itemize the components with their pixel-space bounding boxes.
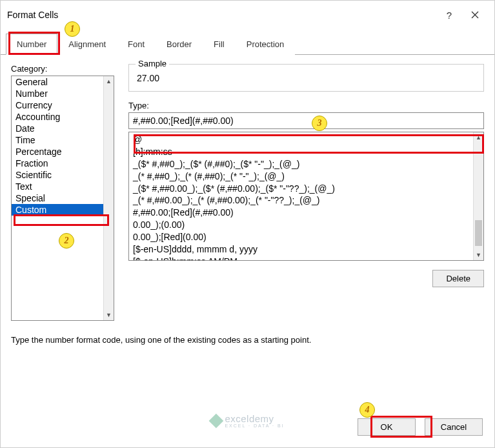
dialog-actions: OK Cancel xyxy=(358,418,483,436)
category-item[interactable]: Time xyxy=(12,134,114,146)
callout-badge: 4 xyxy=(359,402,375,418)
category-item[interactable]: Number xyxy=(12,88,114,99)
delete-button[interactable]: Delete xyxy=(432,270,484,287)
type-list-item[interactable]: [h]:mm:ss xyxy=(133,146,480,158)
type-list-item[interactable]: 0.00_);[Red](0.00) xyxy=(133,231,480,243)
titlebar: Format Cells ? xyxy=(1,1,494,29)
help-button[interactable]: ? xyxy=(436,6,462,24)
close-button[interactable] xyxy=(462,6,488,24)
type-list-item[interactable]: _(* #,##0.00_);_(* (#,##0.00);_(* "-"??_… xyxy=(133,194,480,207)
watermark: exceldemy EXCEL · DATA · BI xyxy=(210,413,284,428)
sample-value: 27.00 xyxy=(136,73,477,83)
type-list-item[interactable]: _(* #,##0_);_(* (#,##0);_(* "-"_);_(@_) xyxy=(133,170,480,183)
category-item[interactable]: General xyxy=(12,76,114,88)
ok-button[interactable]: OK xyxy=(358,418,416,436)
sample-label: Sample xyxy=(136,59,169,68)
watermark-icon xyxy=(208,413,223,428)
scroll-up-icon[interactable]: ▲ xyxy=(474,132,483,143)
tab-alignment[interactable]: Alignment xyxy=(57,34,117,55)
tab-protection[interactable]: Protection xyxy=(236,34,296,55)
tab-border[interactable]: Border xyxy=(156,34,203,55)
dialog-title: Format Cells xyxy=(7,10,436,20)
category-item[interactable]: Accounting xyxy=(12,111,114,123)
type-list-item[interactable]: 0.00_);(0.00) xyxy=(133,219,480,231)
category-label: Category: xyxy=(11,64,47,74)
close-icon xyxy=(471,11,479,19)
type-list-item[interactable]: #,##0.00;[Red](#,##0.00) xyxy=(133,207,480,219)
tab-font[interactable]: Font xyxy=(117,34,156,55)
category-item[interactable]: Text xyxy=(12,181,114,192)
category-item[interactable]: Scientific xyxy=(12,169,114,181)
type-listbox[interactable]: @ [h]:mm:ss _($* #,##0_);_($* (#,##0);_(… xyxy=(128,132,484,261)
category-item-custom[interactable]: Custom xyxy=(12,204,114,216)
category-item[interactable]: Date xyxy=(12,123,114,134)
type-list-item[interactable]: _($* #,##0.00_);_($* (#,##0.00);_($* "-"… xyxy=(133,183,480,195)
tab-strip: Number Alignment Font Border Fill Protec… xyxy=(1,33,494,55)
watermark-text: exceldemy xyxy=(225,413,284,424)
scroll-thumb[interactable] xyxy=(475,220,482,246)
category-item[interactable]: Special xyxy=(12,192,114,204)
scroll-down-icon[interactable]: ▼ xyxy=(104,310,114,320)
scroll-up-icon[interactable]: ▲ xyxy=(104,76,114,87)
type-list-item[interactable]: _($* #,##0_);_($* (#,##0);_($* "-"_);_(@… xyxy=(133,158,480,170)
sample-group: Sample 27.00 xyxy=(128,64,484,92)
cancel-button[interactable]: Cancel xyxy=(425,418,483,436)
type-list-item[interactable]: @ xyxy=(133,134,480,146)
type-label: Type: xyxy=(128,101,149,110)
type-input[interactable] xyxy=(128,112,484,129)
type-list-item[interactable]: [$-en-US]dddd, mmmm d, yyyy xyxy=(133,243,480,256)
category-item[interactable]: Currency xyxy=(12,99,114,111)
tab-number[interactable]: Number xyxy=(6,34,57,55)
category-listbox[interactable]: General Number Currency Accounting Date … xyxy=(11,76,114,321)
tab-panel-number: Category: General Number Currency Accoun… xyxy=(1,55,494,330)
tab-fill[interactable]: Fill xyxy=(203,34,236,55)
category-item[interactable]: Percentage xyxy=(12,146,114,158)
scrollbar[interactable]: ▲ ▼ xyxy=(473,132,483,260)
category-item[interactable]: Fraction xyxy=(12,158,114,169)
scrollbar[interactable]: ▲ ▼ xyxy=(103,76,114,320)
watermark-sub: EXCEL · DATA · BI xyxy=(225,423,284,428)
scroll-down-icon[interactable]: ▼ xyxy=(474,250,483,260)
hint-text: Type the number format code, using one o… xyxy=(1,335,494,345)
type-list-item[interactable]: [$-en-US]h:mm:ss AM/PM xyxy=(133,256,480,261)
